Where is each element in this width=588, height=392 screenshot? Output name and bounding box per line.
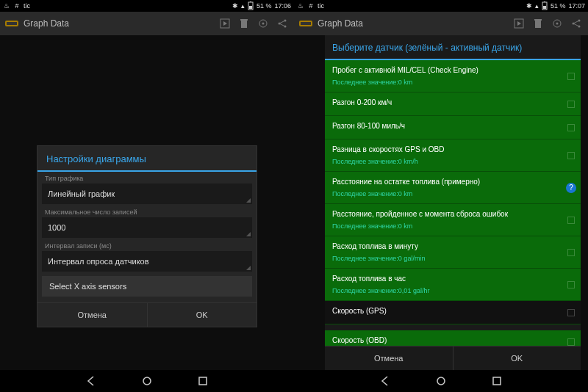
ok-button[interactable]: OK — [453, 346, 581, 370]
appbar: Graph Data — [294, 12, 588, 35]
checkbox[interactable] — [567, 73, 575, 80]
sensor-row[interactable]: Скорость (GPS) — [325, 301, 581, 324]
sensor-last-value: Последнее значение:0 gal/min — [332, 255, 560, 262]
interval-label: Интервал записи (мс) — [37, 239, 257, 251]
sensor-name: Расход топлива в час — [332, 275, 560, 283]
screen-left: ♨ # tic ✱ ▴ 51 % 17:06 Graph Data Настро… — [0, 0, 294, 392]
max-records-label: Максимальное число записей — [37, 206, 257, 217]
battery-icon — [248, 1, 254, 10]
content-area: Настройки диаграммы Тип графика Линейный… — [0, 35, 294, 370]
interval-select[interactable]: Интервал опроса датчиков — [42, 251, 252, 272]
battery-percent: 51 % — [551, 2, 566, 10]
sensor-name: Разгон 80-100 миль/ч — [332, 122, 560, 130]
checkbox[interactable] — [567, 249, 575, 256]
signal-icon: ▴ — [241, 2, 245, 10]
sensor-name: Расстояние, пройденное с момента сброса … — [332, 210, 560, 218]
svg-rect-17 — [544, 1, 545, 2]
sensor-name: Расстояние на остатке топлива (примерно) — [332, 178, 560, 186]
svg-rect-29 — [493, 377, 501, 385]
play-icon[interactable] — [512, 16, 526, 31]
home-icon[interactable] — [141, 375, 153, 387]
checkbox[interactable] — [567, 124, 575, 131]
share-icon[interactable] — [569, 16, 584, 31]
sensor-row[interactable]: Расстояние, пройденное с момента сброса … — [325, 204, 581, 236]
screen-right: ♨ # tic ✱ ▴ 51 % 17:07 Graph Data Выбери… — [294, 0, 588, 392]
sensor-name: Пробег с активной MIL/CEL (Check Engine) — [332, 66, 560, 74]
sensor-row[interactable]: Разгон 0-200 км/ч — [325, 92, 581, 116]
dialog-buttons: Отмена OK — [37, 302, 257, 327]
sensor-name: Разгон 0-200 км/ч — [332, 98, 560, 106]
app-icon — [298, 16, 313, 31]
statusbar: ♨ # tic ✱ ▴ 51 % 17:07 — [294, 0, 588, 12]
status-icon: # — [13, 2, 21, 10]
sensor-last-value: Последнее значение:0 km — [332, 190, 560, 197]
checkbox[interactable] — [567, 338, 575, 346]
battery-percent: 51 % — [257, 2, 272, 10]
sheet-buttons: Отмена OK — [325, 346, 581, 370]
recent-icon[interactable] — [491, 375, 503, 387]
page-title: Graph Data — [318, 18, 507, 29]
signal-icon: ▴ — [535, 2, 539, 10]
sensor-last-value: Последнее значение:0 km — [332, 79, 560, 86]
checkbox[interactable] — [567, 281, 575, 288]
svg-rect-22 — [534, 19, 542, 21]
sensor-picker-sheet: Выберите датчик (зелёный - активный датч… — [325, 35, 581, 370]
sensor-row[interactable]: Разница в скоростях GPS и OBDПоследнее з… — [325, 139, 581, 172]
bluetooth-icon: ✱ — [232, 2, 238, 10]
sheet-title: Выберите датчик (зелёный - активный датч… — [325, 35, 581, 60]
svg-rect-21 — [535, 21, 541, 28]
battery-icon — [542, 1, 548, 10]
clock: 17:07 — [568, 2, 585, 10]
sensor-row[interactable]: Скорость (OBD) — [325, 330, 581, 346]
status-icon: ♨ — [3, 2, 10, 10]
share-icon[interactable] — [275, 16, 290, 31]
back-icon[interactable] — [379, 375, 391, 387]
recent-icon[interactable] — [197, 375, 209, 387]
navbar — [0, 370, 294, 392]
help-icon[interactable]: ? — [566, 183, 576, 193]
ok-button[interactable]: OK — [147, 303, 257, 327]
status-icon: ♨ — [297, 2, 304, 10]
cancel-button[interactable]: Отмена — [325, 346, 453, 370]
svg-rect-6 — [241, 21, 247, 28]
play-icon[interactable] — [218, 16, 232, 31]
chart-type-label: Тип графика — [37, 172, 257, 184]
sensor-list[interactable]: Пробег с активной MIL/CEL (Check Engine)… — [325, 60, 581, 346]
bluetooth-icon: ✱ — [526, 2, 532, 10]
cancel-button[interactable]: Отмена — [37, 303, 147, 327]
sensor-row[interactable]: Пробег с активной MIL/CEL (Check Engine)… — [325, 60, 581, 92]
status-icon: # — [307, 2, 315, 10]
sensor-row[interactable]: Расход топлива в часПоследнее значение:0… — [325, 269, 581, 301]
home-icon[interactable] — [435, 375, 447, 387]
sensor-name: Скорость (GPS) — [332, 307, 560, 315]
max-records-select[interactable]: 1000 — [42, 217, 252, 238]
sensor-last-value: Последнее значение:0,01 gal/hr — [332, 287, 560, 294]
select-x-axis-button[interactable]: Select X axis sensors — [42, 276, 252, 297]
status-text: tic — [318, 2, 324, 10]
checkbox[interactable] — [567, 101, 575, 108]
sensor-row[interactable]: Расстояние на остатке топлива (примерно)… — [325, 172, 581, 204]
back-icon[interactable] — [85, 375, 97, 387]
clock: 17:06 — [274, 2, 291, 10]
trash-icon[interactable] — [531, 16, 545, 31]
checkbox[interactable] — [567, 217, 575, 224]
target-icon[interactable] — [256, 16, 270, 31]
content-area: Выберите датчик (зелёный - активный датч… — [294, 35, 588, 370]
trash-icon[interactable] — [237, 16, 251, 31]
page-title: Graph Data — [24, 18, 213, 29]
sensor-row[interactable]: Расход топлива в минутуПоследнее значени… — [325, 236, 581, 269]
app-icon — [4, 16, 19, 31]
status-text: tic — [24, 2, 30, 10]
sensor-name: Скорость (OBD) — [332, 336, 560, 344]
checkbox[interactable] — [567, 152, 575, 159]
chart-type-select[interactable]: Линейный график — [42, 184, 252, 204]
target-icon[interactable] — [550, 16, 564, 31]
checkbox[interactable] — [567, 309, 575, 316]
svg-rect-14 — [199, 377, 207, 385]
sensor-row[interactable]: Разгон 80-100 миль/ч — [325, 116, 581, 139]
svg-rect-1 — [249, 6, 252, 9]
svg-point-13 — [143, 377, 151, 385]
statusbar: ♨ # tic ✱ ▴ 51 % 17:06 — [0, 0, 294, 12]
svg-point-24 — [556, 23, 559, 25]
svg-rect-7 — [240, 19, 248, 21]
